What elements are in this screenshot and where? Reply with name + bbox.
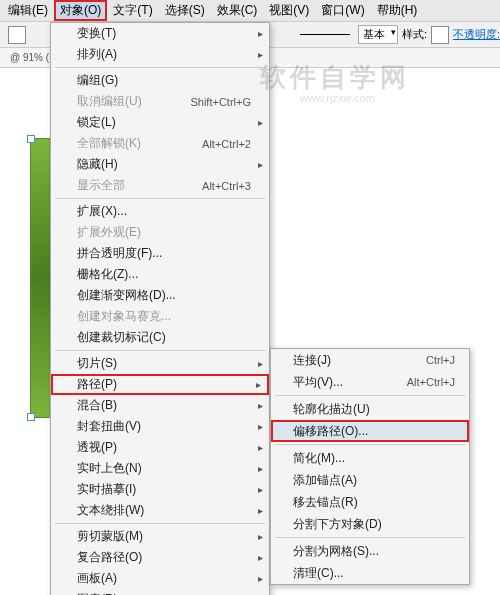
- object-menu: 变换(T)排列(A)编组(G)取消编组(U)Shift+Ctrl+G锁定(L)全…: [50, 22, 270, 595]
- menu-item[interactable]: 编组(G): [51, 70, 269, 91]
- submenu-item[interactable]: 添加锚点(A): [271, 469, 469, 491]
- menu-item[interactable]: 锁定(L): [51, 112, 269, 133]
- opacity-label[interactable]: 不透明度:: [453, 27, 500, 42]
- menubar: 编辑(E) 对象(O) 文字(T) 选择(S) 效果(C) 视图(V) 窗口(W…: [0, 0, 500, 22]
- menu-item[interactable]: 实时上色(N): [51, 458, 269, 479]
- menu-object[interactable]: 对象(O): [54, 0, 107, 21]
- menu-type[interactable]: 文字(T): [107, 0, 158, 21]
- submenu-item[interactable]: 移去锚点(R): [271, 491, 469, 513]
- menu-item: 创建对象马赛克...: [51, 306, 269, 327]
- submenu-item[interactable]: 清理(C)...: [271, 562, 469, 584]
- menu-item[interactable]: 扩展(X)...: [51, 201, 269, 222]
- menu-item[interactable]: 图表(R): [51, 589, 269, 595]
- menu-view[interactable]: 视图(V): [263, 0, 315, 21]
- menu-item[interactable]: 拼合透明度(F)...: [51, 243, 269, 264]
- zoom-level: @ 91% (: [10, 52, 49, 63]
- submenu-item[interactable]: 连接(J)Ctrl+J: [271, 349, 469, 371]
- menu-item[interactable]: 封套扭曲(V): [51, 416, 269, 437]
- menu-item[interactable]: 变换(T): [51, 23, 269, 44]
- menu-effect[interactable]: 效果(C): [211, 0, 264, 21]
- submenu-item[interactable]: 简化(M)...: [271, 447, 469, 469]
- menu-item[interactable]: 实时描摹(I): [51, 479, 269, 500]
- submenu-item[interactable]: 轮廓化描边(U): [271, 398, 469, 420]
- menu-item[interactable]: 切片(S): [51, 353, 269, 374]
- submenu-item[interactable]: 偏移路径(O)...: [271, 420, 469, 442]
- menu-item: 显示全部Alt+Ctrl+3: [51, 175, 269, 196]
- menu-help[interactable]: 帮助(H): [371, 0, 424, 21]
- menu-item[interactable]: 复合路径(O): [51, 547, 269, 568]
- menu-item: 全部解锁(K)Alt+Ctrl+2: [51, 133, 269, 154]
- stroke-select[interactable]: 基本: [358, 25, 398, 44]
- menu-item[interactable]: 混合(B): [51, 395, 269, 416]
- style-label: 样式:: [402, 27, 427, 42]
- menu-select[interactable]: 选择(S): [159, 0, 211, 21]
- menu-edit[interactable]: 编辑(E): [2, 0, 54, 21]
- stroke-preview: [300, 34, 350, 35]
- menu-window[interactable]: 窗口(W): [315, 0, 370, 21]
- submenu-item[interactable]: 分割下方对象(D): [271, 513, 469, 535]
- style-swatch[interactable]: [431, 26, 449, 44]
- menu-item[interactable]: 路径(P): [51, 374, 269, 395]
- menu-item[interactable]: 剪切蒙版(M): [51, 526, 269, 547]
- menu-item: 取消编组(U)Shift+Ctrl+G: [51, 91, 269, 112]
- path-submenu: 连接(J)Ctrl+J平均(V)...Alt+Ctrl+J轮廓化描边(U)偏移路…: [270, 348, 470, 585]
- submenu-item[interactable]: 平均(V)...Alt+Ctrl+J: [271, 371, 469, 393]
- menu-item[interactable]: 栅格化(Z)...: [51, 264, 269, 285]
- menu-item[interactable]: 隐藏(H): [51, 154, 269, 175]
- menu-item[interactable]: 排列(A): [51, 44, 269, 65]
- menu-item[interactable]: 创建渐变网格(D)...: [51, 285, 269, 306]
- menu-item[interactable]: 画板(A): [51, 568, 269, 589]
- menu-item: 扩展外观(E): [51, 222, 269, 243]
- menu-item[interactable]: 创建裁切标记(C): [51, 327, 269, 348]
- submenu-item[interactable]: 分割为网格(S)...: [271, 540, 469, 562]
- fill-swatch[interactable]: [8, 26, 26, 44]
- menu-item[interactable]: 文本绕排(W): [51, 500, 269, 521]
- menu-item[interactable]: 透视(P): [51, 437, 269, 458]
